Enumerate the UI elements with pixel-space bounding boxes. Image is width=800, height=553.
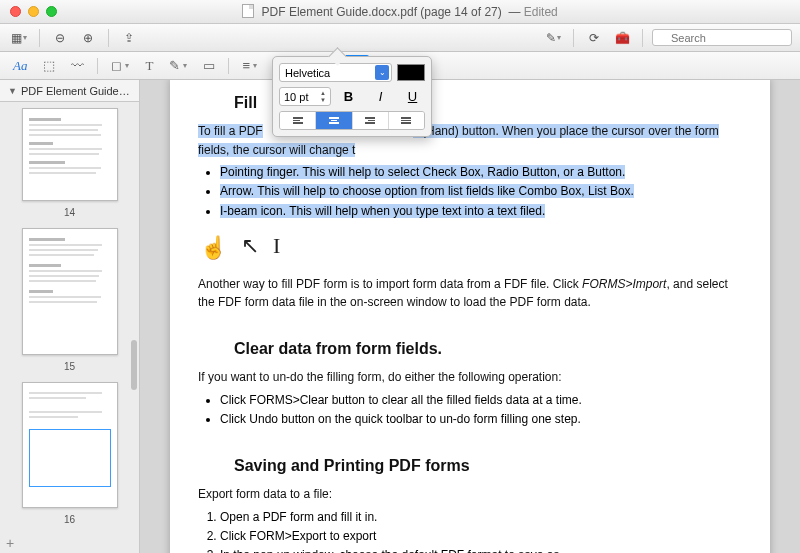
sketch-tool[interactable]: 〰 (68, 56, 87, 75)
font-size-stepper[interactable]: 10 pt ▲▼ (279, 87, 331, 106)
thumbnail-list[interactable]: 14 15 16 (0, 102, 139, 553)
list-item: Click FORMS>Clear button to clear all th… (220, 391, 742, 410)
ibeam-cursor-icon: I (273, 233, 280, 259)
minimize-window-button[interactable] (28, 6, 39, 17)
bullet-list-clear: Click FORMS>Clear button to clear all th… (220, 391, 742, 429)
text-style-popover: Helvetica ⌄ 10 pt ▲▼ B I U (272, 56, 432, 137)
view-mode-button[interactable]: ▦▾ (8, 28, 30, 48)
hand-pointer-icon: ☝ (200, 235, 227, 261)
sign-tool[interactable]: ✎▾ (166, 56, 190, 75)
underline-button[interactable]: U (408, 89, 417, 104)
thumbnail-sidebar: ▼ PDF Element Guide.docx.pdf 14 (0, 80, 140, 553)
markup-button[interactable]: 🧰 (611, 28, 633, 48)
chevron-down-icon: ▼ (8, 86, 17, 96)
thumbnail-label: 15 (64, 361, 75, 372)
list-item: Click FORM>Export to export (220, 527, 742, 546)
zoom-in-button[interactable]: ⊕ (77, 28, 99, 48)
list-item: Click Undo button on the quick toolbar t… (220, 410, 742, 429)
sidebar-tab-label: PDF Element Guide.docx.pdf (21, 85, 131, 97)
dropdown-caret-icon: ⌄ (375, 65, 389, 80)
text-color-chip[interactable] (397, 64, 425, 81)
list-item: Arrow. This will help to choose option f… (220, 182, 742, 201)
thumbnail-label: 16 (64, 514, 75, 525)
zoom-out-button[interactable]: ⊖ (49, 28, 71, 48)
font-size-value: 10 pt (284, 91, 308, 103)
titlebar: PDF Element Guide.docx.pdf (page 14 of 2… (0, 0, 800, 24)
select-tool[interactable]: ⬚ (40, 56, 58, 75)
search-field-wrap (652, 29, 792, 46)
close-window-button[interactable] (10, 6, 21, 17)
add-page-button[interactable]: + (6, 535, 14, 551)
main-area: ▼ PDF Element Guide.docx.pdf 14 (0, 80, 800, 553)
text-tool[interactable]: T (142, 56, 156, 76)
list-item: Pointing finger. This will help to selec… (220, 163, 742, 182)
paragraph: If you want to un-do the filling form, d… (198, 368, 742, 387)
cursor-icons-row: ☝ ↖ I (200, 233, 742, 259)
bold-button[interactable]: B (344, 89, 353, 104)
align-right-button[interactable] (353, 112, 389, 129)
list-item: Open a PDF form and fill it in. (220, 508, 742, 527)
main-toolbar: ▦▾ ⊖ ⊕ ⇪ ✎▾ ⟳ 🧰 (0, 24, 800, 52)
thumbnail-page[interactable] (22, 382, 118, 508)
thumbnail-label: 14 (64, 207, 75, 218)
window-controls (0, 6, 57, 17)
arrow-cursor-icon: ↖ (241, 233, 259, 259)
ordered-list-export: Open a PDF form and fill it in. Click FO… (220, 508, 742, 554)
sidebar-tab[interactable]: ▼ PDF Element Guide.docx.pdf (0, 80, 139, 102)
heading-clear: Clear data from form fields. (234, 340, 742, 358)
window-filename: PDF Element Guide.docx.pdf (262, 5, 417, 19)
window-title: PDF Element Guide.docx.pdf (page 14 of 2… (0, 4, 800, 19)
list-item: In the pop up window, choose the default… (220, 546, 742, 553)
thumbnail-selection-box (29, 429, 111, 487)
align-left-button[interactable] (280, 112, 316, 129)
thumbnail-page[interactable] (22, 228, 118, 354)
note-tool[interactable]: ▭ (200, 56, 218, 75)
bullet-list-fill: Pointing finger. This will help to selec… (220, 163, 742, 221)
share-button[interactable]: ⇪ (118, 28, 140, 48)
paragraph: Export form data to a file: (198, 485, 742, 504)
font-family-select[interactable]: Helvetica ⌄ (279, 63, 392, 82)
paragraph: Another way to fill PDF form is to impor… (198, 275, 742, 312)
line-style-tool[interactable]: ≡▾ (239, 56, 260, 75)
edit-button[interactable]: ✎▾ (542, 28, 564, 48)
italic-button[interactable]: I (379, 89, 383, 104)
font-family-value: Helvetica (285, 67, 330, 79)
thumbnail-page[interactable] (22, 108, 118, 201)
zoom-window-button[interactable] (46, 6, 57, 17)
text-align-segmented (279, 111, 425, 130)
pdf-page: Fill To fill a PDFk (Hand) button. When … (170, 80, 770, 553)
heading-save: Saving and Printing PDF forms (234, 457, 742, 475)
text-style-group: B I U (336, 89, 425, 104)
shapes-tool[interactable]: ◻▾ (108, 56, 132, 75)
stepper-arrows-icon: ▲▼ (320, 90, 326, 103)
align-center-button[interactable] (316, 112, 352, 129)
document-icon (242, 4, 254, 18)
list-item: I-beam icon. This will help when you typ… (220, 202, 742, 221)
document-view[interactable]: Fill To fill a PDFk (Hand) button. When … (140, 80, 800, 553)
search-input[interactable] (652, 29, 792, 46)
rotate-button[interactable]: ⟳ (583, 28, 605, 48)
align-justify-button[interactable] (389, 112, 424, 129)
window-page-info: (page 14 of 27) (420, 5, 501, 19)
window-edited: Edited (524, 5, 558, 19)
highlight-tool[interactable]: Aa (10, 56, 30, 76)
sidebar-scrollbar[interactable] (131, 340, 137, 390)
